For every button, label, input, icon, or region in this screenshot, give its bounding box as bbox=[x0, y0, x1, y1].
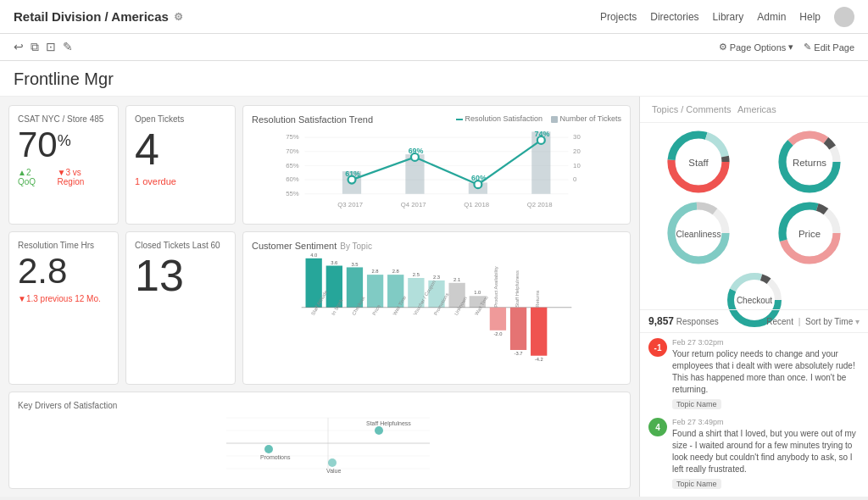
row-1: CSAT NYC / Store 485 70 % ▲2 QoQ ▼3 vs R… bbox=[8, 105, 631, 225]
comment-tag[interactable]: Topic Name bbox=[672, 479, 721, 489]
resolution-time-sub: ▼1.3 previous 12 Mo. bbox=[18, 294, 109, 303]
comment-badge: 4 bbox=[648, 418, 667, 436]
pencil-icon: ✎ bbox=[804, 42, 811, 53]
topics-title: Topics / Comments Americas bbox=[640, 97, 868, 123]
comment-content: Feb 27 3:49pm Found a shirt that I loved… bbox=[672, 418, 860, 489]
topics-title-text: Topics / Comments bbox=[652, 104, 732, 114]
key-drivers-card: Key Drivers of Satisfaction Promotions bbox=[8, 392, 631, 489]
comment-item: -1 Feb 27 3:02pm Your return policy need… bbox=[648, 338, 860, 409]
csat-value: 70 bbox=[18, 127, 58, 163]
csat-qoq: ▲2 QoQ bbox=[18, 168, 51, 186]
comments-area: -1 Feb 27 3:02pm Your return policy need… bbox=[640, 333, 868, 497]
page-options-label: Page Options bbox=[730, 42, 787, 53]
gear-icon[interactable]: ⚙ bbox=[174, 11, 183, 23]
comment-text: Your return policy needs to change and y… bbox=[672, 348, 860, 396]
comment-date: Feb 27 3:49pm bbox=[672, 418, 860, 426]
copy-icon[interactable]: ⧉ bbox=[31, 40, 39, 54]
svg-rect-51 bbox=[510, 308, 526, 350]
svg-text:30: 30 bbox=[573, 133, 581, 141]
donut-staff: Staff bbox=[645, 128, 753, 196]
svg-text:74%: 74% bbox=[535, 130, 550, 138]
resolution-time-title: Resolution Time Hrs bbox=[18, 241, 109, 250]
breadcrumb-text: Retail Division / Americas bbox=[14, 9, 169, 24]
resolution-trend-card: Resolution Satisfaction Trend Resolution… bbox=[242, 105, 631, 225]
svg-text:61%: 61% bbox=[345, 169, 360, 178]
sort-option[interactable]: Recent bbox=[766, 317, 793, 326]
svg-text:Q4 2017: Q4 2017 bbox=[401, 201, 426, 208]
svg-text:-4.2: -4.2 bbox=[535, 357, 543, 362]
csat-card: CSAT NYC / Store 485 70 % ▲2 QoQ ▼3 vs R… bbox=[8, 105, 119, 225]
toolbar-right: ⚙ Page Options ▾ ✎ Edit Page bbox=[719, 42, 854, 53]
comment-badge: -1 bbox=[648, 338, 667, 357]
donut-cleanliness: Cleanliness bbox=[645, 199, 753, 267]
page-title-bar: Frontline Mgr bbox=[0, 61, 868, 97]
svg-text:60%: 60% bbox=[286, 175, 299, 183]
responses-label: Responses bbox=[676, 317, 719, 326]
closed-tickets-card: Closed Tickets Last 60 13 bbox=[125, 231, 236, 385]
resolution-time-value: 2.8 bbox=[18, 253, 109, 289]
svg-text:69%: 69% bbox=[409, 147, 424, 155]
closed-tickets-title: Closed Tickets Last 60 bbox=[135, 241, 226, 250]
nav-projects[interactable]: Projects bbox=[600, 11, 637, 23]
edit-icon[interactable]: ✎ bbox=[63, 40, 73, 54]
resolution-time-card: Resolution Time Hrs 2.8 ▼1.3 previous 12… bbox=[8, 231, 119, 385]
svg-text:75%: 75% bbox=[286, 133, 299, 141]
open-tickets-value: 4 bbox=[135, 127, 226, 171]
donut-price: Price bbox=[756, 199, 864, 267]
share-icon[interactable]: ↩ bbox=[14, 40, 24, 54]
svg-text:Q2 2018: Q2 2018 bbox=[527, 201, 553, 208]
responses-sort: Recent | Sort by Time ▾ bbox=[766, 317, 860, 326]
svg-text:60%: 60% bbox=[471, 174, 487, 182]
sort-by-option[interactable]: Sort by Time bbox=[805, 317, 853, 326]
comment-item: 4 Feb 27 3:49pm Found a shirt that I lov… bbox=[648, 418, 860, 489]
avatar[interactable] bbox=[834, 7, 854, 27]
left-panel: CSAT NYC / Store 485 70 % ▲2 QoQ ▼3 vs R… bbox=[0, 97, 639, 497]
csat-suffix: % bbox=[58, 132, 71, 150]
save-icon[interactable]: ⊡ bbox=[46, 40, 56, 54]
row-2: Resolution Time Hrs 2.8 ▼1.3 previous 12… bbox=[8, 231, 631, 385]
page-options-button[interactable]: ⚙ Page Options ▾ bbox=[719, 42, 794, 53]
svg-point-78 bbox=[328, 458, 337, 467]
nav-help[interactable]: Help bbox=[799, 11, 821, 23]
legend-satisfaction: Resolution Satisfaction bbox=[456, 114, 542, 123]
legend-tickets: Number of Tickets bbox=[551, 114, 621, 123]
svg-text:-3.7: -3.7 bbox=[515, 351, 523, 356]
csat-title: CSAT NYC / Store 485 bbox=[18, 114, 109, 124]
row-3: Key Drivers of Satisfaction Promotions bbox=[8, 392, 631, 489]
key-drivers-chart: Promotions Staff Helpfulness Value bbox=[18, 414, 621, 477]
csat-metrics: ▲2 QoQ ▼3 vs Region bbox=[18, 168, 109, 186]
svg-text:Staff: Staff bbox=[689, 158, 709, 168]
nav-library[interactable]: Library bbox=[713, 11, 744, 23]
svg-text:Q1 2018: Q1 2018 bbox=[464, 201, 489, 208]
open-tickets-title: Open Tickets bbox=[135, 114, 226, 124]
svg-text:2.5: 2.5 bbox=[413, 272, 420, 277]
toolbar: ↩ ⧉ ⊡ ✎ ⚙ Page Options ▾ ✎ Edit Page bbox=[0, 34, 868, 61]
nav-admin[interactable]: Admin bbox=[757, 11, 786, 23]
comment-date: Feb 27 3:02pm bbox=[672, 338, 860, 347]
svg-text:Returns: Returns bbox=[535, 290, 540, 307]
svg-text:2.3: 2.3 bbox=[433, 275, 440, 280]
svg-text:-2.0: -2.0 bbox=[493, 331, 502, 336]
comment-text: Found a shirt that I loved, but you were… bbox=[672, 428, 860, 475]
main-content: CSAT NYC / Store 485 70 % ▲2 QoQ ▼3 vs R… bbox=[0, 97, 868, 497]
open-tickets-overdue: 1 overdue bbox=[135, 176, 226, 186]
svg-rect-49 bbox=[490, 308, 506, 331]
resolution-trend-chart: 75% 70% 65% 60% 55% bbox=[252, 128, 621, 213]
svg-text:2.8: 2.8 bbox=[372, 269, 379, 274]
edit-page-button[interactable]: ✎ Edit Page bbox=[804, 42, 854, 53]
responses-count: 9,857 bbox=[648, 315, 674, 327]
responses-header: 9,857 Responses Recent | Sort by Time ▾ bbox=[640, 309, 868, 333]
svg-text:10: 10 bbox=[573, 162, 581, 169]
customer-sentiment-card: Customer Sentiment By Topic 4.0 3.6 3.5 bbox=[242, 231, 631, 385]
svg-text:0: 0 bbox=[573, 175, 577, 183]
svg-point-76 bbox=[375, 426, 383, 435]
svg-text:3.5: 3.5 bbox=[351, 262, 358, 267]
nav-directories[interactable]: Directories bbox=[650, 11, 698, 23]
svg-text:Value: Value bbox=[326, 468, 341, 474]
svg-text:65%: 65% bbox=[286, 162, 299, 169]
svg-rect-53 bbox=[531, 308, 547, 356]
svg-text:Product Availability: Product Availability bbox=[493, 266, 498, 308]
comment-tag[interactable]: Topic Name bbox=[672, 399, 721, 409]
edit-page-label: Edit Page bbox=[814, 42, 854, 53]
donut-returns: Returns bbox=[756, 128, 864, 196]
